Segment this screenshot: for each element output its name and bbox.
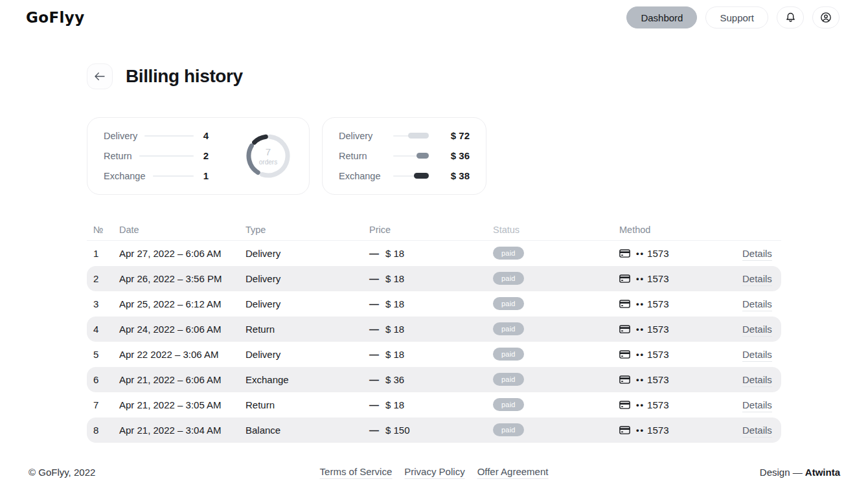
cell-price: — $ 18 xyxy=(369,273,493,284)
status-badge: paid xyxy=(493,247,524,260)
price-dash: — xyxy=(369,349,379,360)
table-row: 2 Apr 26, 2022 – 3:56 PM Delivery — $ 18… xyxy=(87,266,781,291)
order-stat-value: 1 xyxy=(201,170,209,181)
cell-price: — $ 18 xyxy=(369,324,493,335)
details-link[interactable]: Details xyxy=(742,374,772,387)
order-stat-row: Return 2 xyxy=(104,150,209,162)
orders-legend: Delivery 4 Return 2 Exchange 1 xyxy=(104,130,209,182)
footer-link[interactable]: Terms of Service xyxy=(320,466,393,479)
footer-link[interactable]: Offer Agreement xyxy=(477,466,549,479)
credit-card-icon xyxy=(619,325,630,333)
orders-donut-chart: 7 orders xyxy=(244,131,293,181)
amounts-list: Delivery $ 72 Return $ 36 Exchange $ 38 xyxy=(339,130,470,182)
amounts-card: Delivery $ 72 Return $ 36 Exchange $ 38 xyxy=(322,117,486,195)
cell-status: paid xyxy=(493,297,619,310)
table-row: 7 Apr 21, 2022 – 3:05 AM Return — $ 18 p… xyxy=(87,392,781,418)
cell-date: Apr 25, 2022 – 6:12 AM xyxy=(119,298,246,309)
cell-date: Apr 21, 2022 – 3:04 AM xyxy=(119,425,246,436)
status-badge: paid xyxy=(493,297,524,310)
status-badge: paid xyxy=(493,423,524,436)
page-footer: © GoFlyy, 2022 Terms of ServicePrivacy P… xyxy=(0,467,868,478)
cell-price: — $ 36 xyxy=(369,374,493,385)
cell-details: Details xyxy=(742,324,782,335)
details-link[interactable]: Details xyxy=(742,399,772,412)
details-link[interactable]: Details xyxy=(742,349,772,362)
price-value: $ 18 xyxy=(385,273,404,284)
header-nav: Dashbord Support xyxy=(626,6,839,28)
summary-cards: Delivery 4 Return 2 Exchange 1 7 orders … xyxy=(87,117,781,195)
details-link[interactable]: Details xyxy=(742,248,772,261)
amount-stat-label: Exchange xyxy=(339,171,385,181)
design-studio-link[interactable]: Atwinta xyxy=(805,467,840,478)
details-link[interactable]: Details xyxy=(742,298,772,311)
card-last4: 1573 xyxy=(647,349,668,360)
cell-date: Apr 21, 2022 – 6:06 AM xyxy=(119,374,246,385)
price-dash: — xyxy=(369,248,379,259)
price-value: $ 18 xyxy=(385,349,404,360)
donut-total: 7 xyxy=(266,146,271,157)
status-badge: paid xyxy=(493,398,524,411)
nav-support-button[interactable]: Support xyxy=(705,6,768,28)
card-number-dots: •• xyxy=(636,274,645,284)
cell-number: 8 xyxy=(87,425,119,436)
price-dash: — xyxy=(369,298,379,309)
details-link[interactable]: Details xyxy=(742,425,772,438)
footer-link[interactable]: Privacy Policy xyxy=(404,466,464,479)
notifications-button[interactable] xyxy=(777,6,804,28)
cell-number: 7 xyxy=(87,399,119,410)
details-link[interactable]: Details xyxy=(742,273,772,286)
page-title: Billing history xyxy=(126,66,243,87)
card-number-dots: •• xyxy=(636,324,645,334)
card-last4: 1573 xyxy=(647,273,668,284)
amount-bar-track xyxy=(393,153,429,159)
credit-card-icon xyxy=(619,426,630,434)
amount-bar-pill xyxy=(408,133,429,139)
price-dash: — xyxy=(369,324,379,335)
order-stat-label: Return xyxy=(104,151,132,161)
cell-price: — $ 18 xyxy=(369,248,493,259)
back-button[interactable] xyxy=(87,63,113,89)
account-button[interactable] xyxy=(812,6,839,28)
cell-details: Details xyxy=(742,273,782,284)
cell-date: Apr 27, 2022 – 6:06 AM xyxy=(119,248,246,259)
cell-number: 4 xyxy=(87,324,119,335)
cell-details: Details xyxy=(742,399,782,410)
amount-stat-label: Return xyxy=(339,151,385,161)
card-number-dots: •• xyxy=(636,375,645,384)
cell-date: Apr 21, 2022 – 3:05 AM xyxy=(119,399,246,410)
details-link[interactable]: Details xyxy=(742,324,772,337)
title-row: Billing history xyxy=(87,54,781,99)
cell-status: paid xyxy=(493,423,619,436)
card-last4: 1573 xyxy=(647,425,668,436)
cell-status: paid xyxy=(493,272,619,285)
nav-dashboard-button[interactable]: Dashbord xyxy=(626,6,697,28)
column-header-price: Price xyxy=(369,225,493,235)
amount-stat-row: Exchange $ 38 xyxy=(339,170,470,182)
arrow-left-icon xyxy=(94,72,106,81)
amount-stat-value: $ 38 xyxy=(429,170,470,181)
cell-method: •• 1573 xyxy=(619,298,742,309)
amount-stat-value: $ 72 xyxy=(429,130,470,141)
cell-number: 2 xyxy=(87,273,119,284)
table-body: 1 Apr 27, 2022 – 6:06 AM Delivery — $ 18… xyxy=(87,241,781,443)
cell-method: •• 1573 xyxy=(619,399,742,410)
card-last4: 1573 xyxy=(647,374,668,385)
price-value: $ 150 xyxy=(385,425,410,436)
price-value: $ 18 xyxy=(385,248,404,259)
cell-status: paid xyxy=(493,247,619,260)
cell-status: paid xyxy=(493,373,619,386)
price-dash: — xyxy=(369,273,379,284)
cell-details: Details xyxy=(742,425,782,436)
footer-links: Terms of ServicePrivacy PolicyOffer Agre… xyxy=(320,466,549,479)
status-badge: paid xyxy=(493,272,524,285)
order-stat-row: Delivery 4 xyxy=(104,130,209,142)
table-row: 6 Apr 21, 2022 – 6:06 AM Exchange — $ 36… xyxy=(87,367,781,392)
card-number-dots: •• xyxy=(636,400,645,410)
card-number-dots: •• xyxy=(636,350,645,359)
credit-card-icon xyxy=(619,375,630,384)
credit-card-icon xyxy=(619,249,630,258)
cell-method: •• 1573 xyxy=(619,374,742,385)
cell-price: — $ 18 xyxy=(369,349,493,360)
cell-date: Apr 22 2022 – 3:06 AM xyxy=(119,349,246,360)
table-row: 5 Apr 22 2022 – 3:06 AM Delivery — $ 18 … xyxy=(87,342,781,367)
